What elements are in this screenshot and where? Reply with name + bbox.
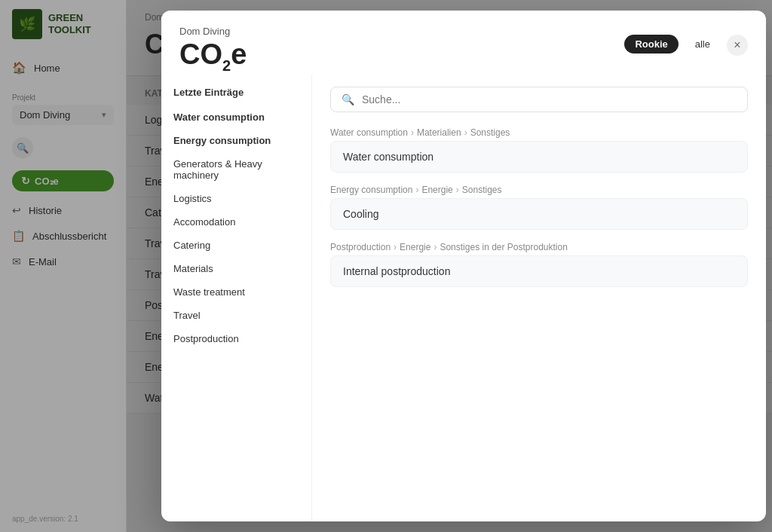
left-item-catering[interactable]: Catering [161, 234, 311, 257]
result-entry-cooling: Energy consumption › Energie › Sonstiges… [330, 185, 748, 230]
left-item-generators[interactable]: Generators & Heavy machinery [161, 152, 311, 187]
search-icon: 🔍 [342, 93, 354, 105]
result-card-water[interactable]: Water consumption [330, 141, 748, 173]
left-item-materials[interactable]: Materials [161, 257, 311, 280]
result-breadcrumb-cooling: Energy consumption › Energie › Sonstiges [330, 185, 748, 195]
result-breadcrumb-postproduction: Postproduction › Energie › Sonstiges in … [330, 242, 748, 252]
left-item-travel[interactable]: Travel [161, 304, 311, 327]
modal-right-panel: 🔍 Water consumption › Materialien › Sons… [312, 75, 766, 521]
modal-title-section: Dom Diving CO2e [179, 26, 247, 75]
modal-title: CO2e [179, 38, 247, 75]
arrow-icon: › [394, 242, 397, 252]
modal-header-right: Rookie alle × [624, 32, 748, 56]
modal-subtitle: Dom Diving [179, 26, 247, 37]
alle-button[interactable]: alle [685, 35, 721, 54]
left-item-logistics[interactable]: Logistics [161, 187, 311, 210]
left-item-waste-treatment[interactable]: Waste treatment [161, 280, 311, 304]
arrow-icon: › [464, 127, 467, 138]
left-item-postproduction[interactable]: Postproduction [161, 327, 311, 350]
arrow-icon: › [456, 185, 459, 195]
left-section-title: Letzte Einträge [161, 87, 311, 105]
arrow-icon: › [415, 185, 418, 195]
left-item-energy-consumption[interactable]: Energy consumption [161, 129, 311, 152]
result-card-cooling[interactable]: Cooling [330, 198, 748, 230]
result-entry-water: Water consumption › Materialien › Sonsti… [330, 127, 748, 173]
arrow-icon: › [433, 242, 437, 252]
arrow-icon: › [411, 127, 414, 138]
result-card-postproduction[interactable]: Internal postproduction [330, 255, 748, 287]
result-breadcrumb-water: Water consumption › Materialien › Sonsti… [330, 127, 748, 138]
search-bar: 🔍 [330, 87, 748, 112]
rookie-button[interactable]: Rookie [624, 35, 678, 54]
left-item-accomodation[interactable]: Accomodation [161, 210, 311, 234]
left-item-water-consumption[interactable]: Water consumption [161, 105, 311, 129]
result-entry-postproduction: Postproduction › Energie › Sonstiges in … [330, 242, 748, 287]
search-input[interactable] [362, 93, 737, 105]
modal-body: Letzte Einträge Water consumption Energy… [161, 75, 766, 521]
modal-close-button[interactable]: × [727, 35, 748, 56]
modal-header: Dom Diving CO2e Rookie alle × [161, 11, 766, 75]
modal-left-panel: Letzte Einträge Water consumption Energy… [161, 75, 312, 521]
modal: Dom Diving CO2e Rookie alle × Letzte Ein… [161, 11, 766, 521]
